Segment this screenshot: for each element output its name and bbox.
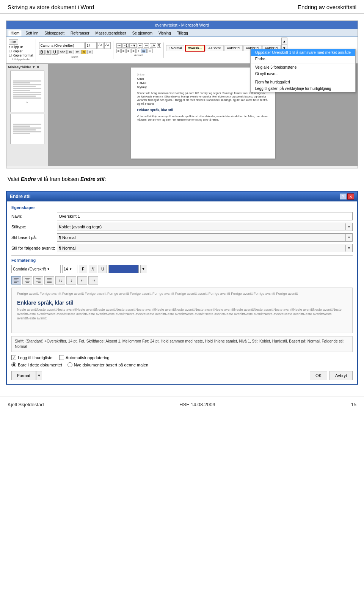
intro-middle: vil få fram boksen: [36, 176, 80, 182]
cb-auto-item[interactable]: Automatisk oppdatering: [59, 355, 110, 360]
stiltype-select[interactable]: Koblet (avsnitt og tegn) ▼: [57, 223, 353, 231]
paste-btn[interactable]: Lim: [9, 39, 18, 45]
fmt-color-arrow[interactable]: ▼: [140, 265, 146, 273]
tab-se-gjennom[interactable]: Se gjennom: [130, 30, 155, 36]
align-right-btn-ribbon[interactable]: ≡: [126, 49, 130, 53]
line-spacing-1-btn[interactable]: ↑↓: [55, 276, 65, 284]
style-description: Skrift: (Standard) +Overskrifter, 14 pt,…: [11, 336, 353, 352]
line-spacing-btn-ribbon[interactable]: ↕: [136, 49, 141, 53]
endre-stil-dialog: Endre stil ? ✕ Egenskaper Navn: Stiltyp: [6, 191, 358, 385]
bold-btn[interactable]: B: [39, 50, 45, 55]
radio-doc-circle[interactable]: [11, 362, 16, 367]
indent-right-btn[interactable]: ⇒: [88, 276, 98, 284]
context-menu: Oppdater Overskrift 1 til å samsvare med…: [250, 49, 356, 92]
thumbnail-page1[interactable]: 1: [10, 71, 44, 112]
bullets-btn[interactable]: ≡•: [116, 43, 122, 48]
fmt-underline-btn[interactable]: U: [99, 265, 107, 273]
ctx-endre[interactable]: Endre...: [251, 56, 355, 62]
format-btn-arrow[interactable]: ▼: [36, 371, 42, 380]
copy-btn[interactable]: ↕ Klipp ut: [9, 45, 33, 49]
radio-template-circle[interactable]: [67, 362, 72, 367]
shading-btn[interactable]: ▤: [141, 49, 147, 53]
doc-paragraph-1: Denne sida heng saman med ei samling på …: [137, 91, 269, 105]
align-center-btn-ribbon[interactable]: ≡: [121, 49, 126, 53]
align-center-btn[interactable]: [22, 276, 32, 284]
format-copy-btn[interactable]: ☐ Kopier: [9, 49, 33, 53]
fmt-italic-btn[interactable]: K: [89, 265, 97, 273]
tab-referanser[interactable]: Referanser: [68, 30, 92, 36]
fmt-bold-btn[interactable]: F: [79, 265, 87, 273]
tl11: [13, 124, 41, 125]
font-family-input[interactable]: [39, 42, 85, 49]
fmt-font-family[interactable]: Cambria (Overskrift ▼: [11, 265, 61, 273]
align-left-btn[interactable]: [11, 276, 21, 284]
align-right-btn[interactable]: [33, 276, 43, 284]
subscript-btn[interactable]: x₂: [67, 50, 74, 54]
ctx-gi-nytt-navn[interactable]: Gi nytt navn...: [251, 71, 355, 77]
tab-tillegg[interactable]: Tillegg: [174, 30, 191, 36]
grow-font-btn[interactable]: A↑: [97, 42, 104, 49]
thumbnail-page2[interactable]: [10, 114, 44, 144]
indent-left-btn[interactable]: ⇐: [77, 276, 87, 284]
ctx-fjern-fra-galleri[interactable]: Fjern fra hurtiggalleri: [251, 79, 355, 85]
cb-auto-box[interactable]: [59, 355, 64, 360]
tab-sideoppsett[interactable]: Sideoppsett: [42, 30, 67, 36]
style-aabbcc3[interactable]: AaBbCcl: [224, 45, 243, 51]
tl16: [13, 133, 30, 134]
font-size-input[interactable]: [85, 42, 97, 49]
style-overskrift1[interactable]: Oversk...: [185, 45, 205, 52]
tab-sett-inn[interactable]: Sett inn: [23, 30, 41, 36]
doc-heading-blue: Enklare språk, klar stil: [137, 108, 269, 113]
line-spacing-2-btn[interactable]: ↕: [66, 276, 76, 284]
align-left-btn-ribbon[interactable]: ≡: [116, 49, 121, 53]
multilevel-btn[interactable]: ≡▼: [129, 43, 137, 48]
following-arrow: ▼: [345, 245, 351, 251]
highlight-btn[interactable]: A: [81, 50, 86, 54]
shrink-font-btn[interactable]: A↓: [104, 42, 111, 49]
following-select[interactable]: ¶ Normal ▼: [57, 244, 353, 252]
cancel-button[interactable]: Avbryt: [329, 371, 353, 380]
radio-doc-item[interactable]: Bare i dette dokumentet: [11, 362, 62, 367]
pilcrow-btn[interactable]: ¶: [157, 43, 161, 48]
indent-inc-btn[interactable]: ⇒: [144, 43, 149, 48]
tab-hjem[interactable]: Hjem: [8, 30, 22, 36]
tab-visning[interactable]: Visning: [156, 30, 174, 36]
format-button[interactable]: Format: [11, 371, 36, 380]
fmt-font-size[interactable]: 14 ▼: [62, 265, 77, 273]
superscript-btn[interactable]: x²: [75, 50, 81, 54]
italic-btn[interactable]: K: [46, 50, 51, 55]
tl15: [13, 131, 41, 132]
cb-hurtig-box[interactable]: ✓: [11, 355, 16, 360]
navn-input[interactable]: [57, 212, 353, 220]
style-aabbcc2[interactable]: AaBbCc: [206, 45, 224, 51]
borders-btn[interactable]: ⊞: [147, 49, 153, 53]
indent-dec-btn[interactable]: ⇐: [138, 43, 143, 48]
word-title-bar: eventyrtekst - Microsoft Word: [6, 21, 358, 29]
font-color-btn[interactable]: A: [87, 50, 93, 54]
strikethrough-btn[interactable]: abc: [58, 50, 67, 54]
sort-btn[interactable]: ↕A: [150, 43, 156, 48]
numbered-btn[interactable]: ≡1: [122, 43, 129, 48]
underline-btn[interactable]: U: [52, 50, 57, 55]
fmt-size-val: 14: [64, 267, 68, 271]
radio-template-item[interactable]: Nye dokumenter basert på denne malen: [67, 362, 148, 367]
following-label: Stil for følgende avsnitt:: [11, 246, 57, 250]
dialog-help-btn[interactable]: ?: [340, 193, 347, 200]
style-normal[interactable]: ↑ Normal: [166, 45, 184, 51]
ctx-legg-til-galleri[interactable]: Legg til galleri på verktøylinje for hur…: [251, 85, 355, 92]
thumb-page-number: 1: [26, 100, 28, 104]
paste-format-btn[interactable]: ☐ Kopier format: [9, 53, 33, 57]
basert-paa-select[interactable]: ¶ Normal ▼: [57, 233, 353, 242]
preview-area: Forrige avsnitt Forrige avsnitt Forrige …: [11, 288, 353, 333]
dialog-controls: ? ✕: [340, 193, 354, 200]
align-justify-btn[interactable]: [44, 276, 54, 284]
page-footer: Kjell Skjeldestad HSF 14.08.2009 15: [0, 396, 364, 413]
tab-masseutsendelser[interactable]: Masseutsendelser: [93, 30, 129, 36]
ctx-update[interactable]: Oppdater Overskrift 1 til å samsvare med…: [251, 49, 355, 56]
cb-hurtig-item[interactable]: ✓ Legg til i hurtigliste: [11, 355, 52, 360]
align-justify-btn-ribbon[interactable]: ≡: [131, 49, 135, 53]
dialog-close-btn[interactable]: ✕: [347, 193, 354, 200]
fmt-color-box[interactable]: [108, 265, 139, 273]
ctx-velg-alle[interactable]: Velg alle 5 forekomstene: [251, 64, 355, 71]
ok-button[interactable]: OK: [310, 371, 327, 380]
